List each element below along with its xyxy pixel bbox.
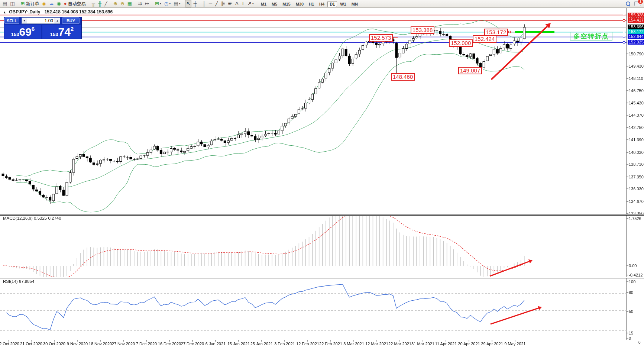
add-indicator-dropdown-icon[interactable]: ▾ [160, 0, 161, 7]
rsi-axis-label: 15 [629, 331, 644, 335]
rsi-axis-label: 80 [629, 290, 644, 295]
pane-divider-macd[interactable] [0, 214, 644, 216]
trade-panel-controls: SELL ▼ 1.00 ▲ BUY [4, 17, 81, 24]
signals-button[interactable]: ◉ [56, 0, 62, 7]
volume-decrease-button[interactable]: ▼ [22, 17, 27, 24]
crosshair-icon: ┼ [193, 0, 197, 7]
zoom-out-button[interactable]: ⊖ [119, 0, 126, 7]
equidistant-channel-button[interactable]: ∥E [220, 0, 226, 7]
volume-control: ▼ 1.00 ▲ [22, 17, 60, 24]
autotrade-label: 自动交易 [68, 0, 86, 7]
price-annotation-box[interactable]: 152.424 [473, 35, 496, 43]
timeframe-w1-button[interactable]: W1 [338, 1, 349, 7]
timeframe-m5-button[interactable]: M5 [269, 1, 279, 7]
sell-price-big: 69 [19, 26, 31, 38]
pane-divider-rsi[interactable] [0, 277, 644, 278]
macd-axis-label: 0.00 [629, 264, 644, 268]
chart-candles-button[interactable]: ╫ [97, 0, 103, 7]
trendline-icon: ╱ [215, 0, 218, 7]
chart-bars-button[interactable]: ╥ [91, 0, 96, 7]
price-flag: 152.644 [628, 34, 644, 39]
crosshair-button[interactable]: ┼ [192, 0, 198, 7]
timeframe-group: M1M5M15M30H1H4D1W1MN [258, 0, 360, 7]
chart-bars-icon: ╥ [92, 0, 95, 7]
ohlc-values: 152.418 154.008 152.384 153.696 [45, 9, 113, 14]
new-chart-button[interactable]: ▤ [1, 0, 8, 7]
periods-button[interactable]: ◷▾ [163, 0, 172, 7]
new-order-button[interactable]: ⊞新订单 [20, 0, 41, 7]
new-order-icon: ⊞ [21, 0, 25, 7]
price-tick-label: 150.790 [629, 52, 644, 56]
templates-button[interactable]: ▤▾ [172, 0, 181, 7]
price-flag: 153.172 [628, 29, 644, 34]
horizontal-line-button[interactable]: ─ [208, 0, 213, 7]
chart-line-icon: ╱ [104, 0, 107, 7]
volume-input[interactable]: 1.00 [27, 17, 55, 24]
timeframe-h4-button[interactable]: H4 [317, 1, 327, 7]
chart-line-button[interactable]: ╱ [103, 0, 109, 7]
chart-canvas[interactable] [0, 0, 644, 349]
profiles-button[interactable]: ◫ [9, 0, 16, 7]
tile-windows-icon: ▦ [127, 0, 132, 7]
fibonacci-sub-label: F [230, 0, 232, 7]
chat-icon[interactable]: 1 [634, 1, 641, 6]
zoom-in-button[interactable]: ⊕ [112, 0, 119, 7]
timeframe-d1-button[interactable]: D1 [327, 1, 337, 7]
add-indicator-icon: ⊞ [155, 0, 159, 7]
templates-dropdown-icon[interactable]: ▾ [179, 0, 180, 7]
arrows-button[interactable]: ↗▾ [246, 0, 255, 7]
price-tick-label: 141.390 [629, 138, 644, 142]
buy-button[interactable]: BUY [62, 17, 80, 24]
rsi-axis-label: 50 [629, 309, 644, 314]
chart-shift-button[interactable]: ↦ [144, 0, 150, 7]
price-annotation-box[interactable]: 152.000 [449, 39, 473, 47]
buy-price-display[interactable]: 153 74 2 [42, 25, 81, 39]
timeframe-mn-button[interactable]: MN [349, 1, 360, 7]
sell-price-display[interactable]: 153 69 6 [4, 25, 41, 39]
price-tick-label: 146.750 [629, 88, 644, 93]
toolbar-buttons: ▤◫⊞新订单◆☁◉●自动交易╥╫╱⊕⊖▦⇉↦⊞▾◷▾▤▾↖┼│─╱∥E≡FAT↗… [1, 0, 258, 7]
new-order-label: 新订单 [26, 0, 39, 7]
tile-windows-button[interactable]: ▦ [126, 0, 133, 7]
community-button[interactable]: ☁ [48, 0, 55, 7]
trendline-button[interactable]: ╱ [214, 0, 219, 7]
collapse-panel-icon[interactable]: ▲ [3, 10, 6, 14]
price-tick-label: 149.430 [629, 64, 644, 68]
arrows-dropdown-icon[interactable]: ▾ [252, 0, 254, 7]
timeframe-m15-button[interactable]: M15 [280, 1, 292, 7]
auto-scroll-button[interactable]: ⇉ [137, 0, 143, 7]
notification-badge: 1 [638, 0, 643, 4]
price-flag: 155.028 [628, 13, 644, 17]
styler-button[interactable]: ◆ [41, 0, 47, 7]
signals-icon: ◉ [57, 0, 61, 7]
periods-icon: ◷ [164, 0, 168, 7]
styler-icon: ◆ [42, 0, 46, 7]
sell-price-prefix: 153 [11, 32, 19, 37]
fibonacci-button[interactable]: ≡F [227, 0, 233, 7]
sell-button[interactable]: SELL [4, 17, 19, 24]
price-annotation-box[interactable]: 152.573 [369, 34, 393, 42]
text-button[interactable]: A [234, 0, 240, 7]
timeframe-h1-button[interactable]: H1 [307, 1, 316, 7]
timeframe-m1-button[interactable]: M1 [259, 1, 269, 7]
periods-dropdown-icon[interactable]: ▾ [169, 0, 171, 7]
symbol-period-label: GBPJPY-,Daily [9, 9, 40, 14]
cursor-icon: ↖ [186, 0, 190, 7]
cursor-button[interactable]: ↖ [185, 0, 191, 7]
price-annotation-box[interactable]: 148.460 [391, 73, 415, 81]
vertical-line-button[interactable]: │ [202, 0, 207, 7]
timeframe-m30-button[interactable]: M30 [294, 1, 306, 7]
text-label-button[interactable]: T [240, 0, 246, 7]
price-annotation-box[interactable]: 153.388 [411, 26, 434, 34]
price-annotation-box[interactable]: 153.172 [484, 29, 508, 36]
volume-increase-button[interactable]: ▲ [55, 17, 60, 24]
arrows-icon: ↗ [247, 0, 252, 7]
price-annotation-box[interactable]: 149.007 [458, 67, 482, 74]
note-text-box[interactable]: 多空转折点 [570, 32, 612, 41]
add-indicator-button[interactable]: ⊞▾ [154, 0, 162, 7]
autotrade-button[interactable]: ●自动交易 [63, 0, 87, 7]
price-flag: 153.696 [628, 25, 644, 29]
sell-price-sup: 6 [32, 26, 35, 32]
search-icon[interactable] [626, 1, 631, 6]
price-tick-label: 144.070 [629, 113, 644, 117]
